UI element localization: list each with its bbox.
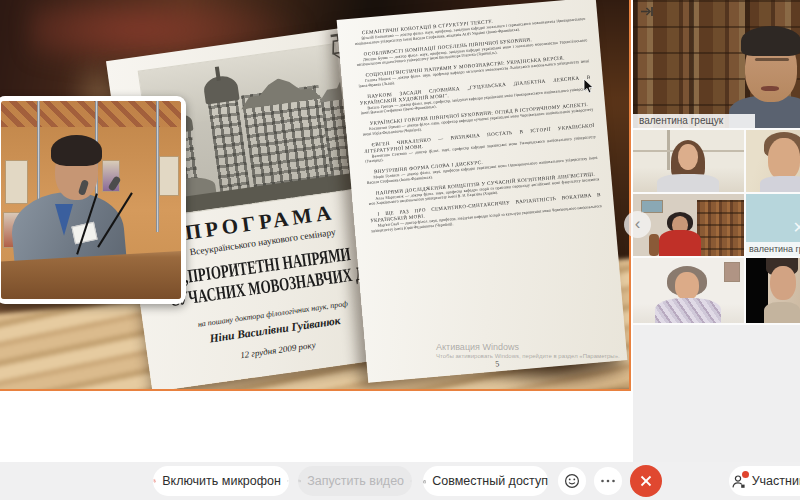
strip-empty-area xyxy=(633,325,800,462)
close-icon xyxy=(640,475,652,487)
mouse-cursor-icon xyxy=(583,79,595,95)
unmute-button[interactable]: Включить микрофон xyxy=(153,466,289,496)
participant-face xyxy=(768,138,800,180)
participant-face xyxy=(678,144,698,170)
participant-video[interactable] xyxy=(746,130,800,192)
windows-activation-watermark: Активация Windows Чтобы активировать Win… xyxy=(436,342,620,359)
participants-button[interactable]: Участники xyxy=(729,466,800,496)
overlay-x-icon: ✕ xyxy=(793,218,800,237)
participant-face xyxy=(770,266,796,300)
participant-red-top xyxy=(659,230,701,256)
speaker-video-frame xyxy=(1,101,181,299)
notification-dot xyxy=(742,471,749,478)
banner-pole xyxy=(156,101,159,232)
ellipsis-icon xyxy=(600,479,616,483)
participant-shoulders xyxy=(764,302,800,323)
person-icon-wrap xyxy=(731,474,746,489)
participant-shoulders xyxy=(760,176,800,192)
share-screen-button-label: Совместный доступ xyxy=(432,474,548,488)
mic-off-icon xyxy=(153,473,156,489)
participants-button-label: Участники xyxy=(752,474,800,488)
start-video-button[interactable]: Запустить видео xyxy=(298,466,412,496)
participant-shoulders xyxy=(657,174,719,192)
program-listing-page: СЕМАНТИЧНІ КОНОТАЦІЇ В СТРУКТУРІ ТЕКСТУ.… xyxy=(337,0,628,383)
share-screen-button[interactable]: Совместный доступ xyxy=(423,466,548,496)
collapse-strip-icon[interactable] xyxy=(640,6,654,17)
control-toolbar: Включить микрофон Запустить видео Совм xyxy=(0,462,800,500)
participant-video-placeholder[interactable]: ✕ валентина гре xyxy=(746,194,800,256)
participant-name-label: валентина гре xyxy=(746,242,800,256)
page-number: 5 xyxy=(495,359,500,368)
participant-video[interactable] xyxy=(633,130,744,192)
banner-poster xyxy=(5,160,28,204)
participant-shoulders xyxy=(655,298,721,323)
participant-mouth xyxy=(761,86,779,91)
unmute-button-label: Включить микрофон xyxy=(162,474,281,488)
wall-picture xyxy=(641,200,663,213)
wall-picture xyxy=(724,262,740,282)
leave-meeting-button[interactable] xyxy=(630,465,662,497)
participant-name-label: валентина грещук xyxy=(633,114,755,128)
participant-video[interactable] xyxy=(746,258,800,323)
banner-pattern xyxy=(1,101,181,127)
participant-video[interactable] xyxy=(633,258,744,323)
participant-video[interactable]: валентина грещук xyxy=(633,0,800,128)
participant-hair xyxy=(741,26,800,56)
watermark-line1: Активация Windows xyxy=(436,342,620,352)
participant-brow xyxy=(755,58,789,61)
program-items: СЕМАНТИЧНІ КОНОТАЦІЇ В СТРУКТУРІ ТЕКСТУ.… xyxy=(354,10,603,233)
video-off-icon xyxy=(298,475,301,487)
start-video-button-label: Запустить видео xyxy=(307,474,404,488)
watermark-line2: Чтобы активировать Windows, перейдите в … xyxy=(436,353,620,359)
chair xyxy=(649,234,659,256)
meeting-window: ПРОГРАМА Всеукраїнського наукового семін… xyxy=(0,0,800,500)
participants-strip: валентина грещук xyxy=(633,0,800,462)
participant-face xyxy=(675,272,699,300)
chevron-left-icon[interactable]: ‹ xyxy=(624,211,651,238)
more-options-button[interactable] xyxy=(594,467,622,495)
smiley-icon xyxy=(564,473,580,489)
chevron-down-icon[interactable] xyxy=(410,478,412,484)
program-text-area: СЕМАНТИЧНІ КОНОТАЦІЇ В СТРУКТУРІ ТЕКСТУ.… xyxy=(354,10,615,367)
reactions-button[interactable] xyxy=(558,467,586,495)
speaker-hair xyxy=(51,135,101,167)
share-icon xyxy=(423,474,426,489)
banner-poster xyxy=(159,156,179,196)
chevron-down-icon[interactable] xyxy=(287,478,289,484)
speaker-video-inset[interactable] xyxy=(0,96,186,304)
bookshelf-backdrop xyxy=(697,200,744,256)
